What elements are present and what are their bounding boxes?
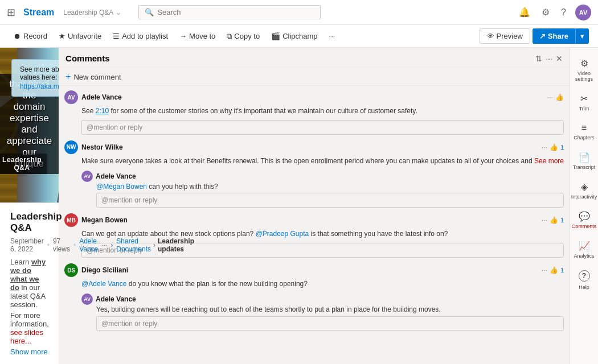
analytics-icon-btn[interactable]: 📈 Analytics (570, 235, 598, 264)
comments-icon-label: Comments (572, 224, 597, 229)
info-banner-link[interactable]: https://aka.ms/ContosoValues (20, 82, 59, 90)
help-button[interactable]: ? (559, 5, 568, 20)
like-icon-3[interactable]: 👍 (550, 216, 558, 224)
close-panel-icon[interactable]: ✕ (556, 54, 563, 63)
breadcrumb-current: Leadership updates (158, 237, 194, 253)
video-area: that have the domain expertise and appre… (0, 48, 59, 364)
transcript-label: Transcript (573, 164, 596, 170)
waffle-icon[interactable]: ⊞ (7, 6, 15, 19)
info-banner: See more about Contoso values here: http… (11, 59, 59, 97)
plus-icon: + (65, 72, 71, 82)
like-icon-2[interactable]: 👍 (550, 143, 558, 151)
search-icon: 🔍 (145, 8, 154, 16)
trim-label: Trim (579, 106, 589, 111)
video-player[interactable]: that have the domain expertise and appre… (0, 48, 59, 202)
interactivity-icon-btn[interactable]: ◈ Interactivity (570, 176, 598, 205)
more-icon: ··· (329, 32, 335, 40)
comments-title: Comments (65, 53, 531, 63)
breadcrumb-path: Shared Documents › Leadership updates (116, 237, 194, 253)
comment-more-icon-4[interactable]: ··· (542, 266, 547, 274)
playlist-icon: ☰ (113, 32, 120, 40)
avatar-adele-nested: AV (81, 171, 93, 182)
video-settings-icon-btn[interactable]: ⚙ Videosettings (570, 52, 598, 88)
move-to-button[interactable]: → Move to (175, 29, 220, 43)
comments-list: AV Adele Vance ··· 👍 See 2:10 for some o… (59, 86, 570, 364)
more-actions-button[interactable]: ··· (325, 29, 340, 43)
slides-link[interactable]: see slides here... (10, 328, 43, 345)
settings-button[interactable]: ⚙ (539, 5, 552, 20)
search-container: 🔍 (138, 5, 321, 19)
like-icon[interactable]: 👍 (555, 93, 564, 101)
comment-more-icon-2[interactable]: ··· (542, 143, 547, 151)
share-main-button[interactable]: ↗ Share (533, 28, 575, 44)
sort-icon[interactable]: ⇅ (535, 54, 542, 63)
share-dropdown-button[interactable]: ▾ (575, 28, 589, 44)
comment-author-2: Nestor Wilke (81, 143, 538, 151)
comment-actions-1: ··· 👍 (547, 93, 564, 101)
search-input[interactable] (157, 8, 314, 16)
preview-button[interactable]: 👁 Preview (480, 28, 530, 44)
reply-input-nested-2[interactable]: @mention or reply (96, 316, 564, 331)
expand-icon[interactable]: ⌄ (116, 9, 121, 16)
more-comments-icon[interactable]: ··· (546, 54, 552, 63)
like-icon-4[interactable]: 👍 (550, 266, 558, 274)
avatar[interactable]: AV (575, 5, 591, 20)
desc-bold: why we do what we do (10, 258, 46, 292)
comment-more-icon[interactable]: ··· (547, 93, 553, 101)
add-to-playlist-button[interactable]: ☰ Add to playlist (108, 29, 173, 43)
more-info: For more information, see slides here... (10, 311, 48, 345)
show-more-button[interactable]: Show more (10, 348, 48, 356)
comments-header: Comments ⇅ ··· ✕ (59, 48, 570, 68)
comment-more-icon-3[interactable]: ··· (542, 216, 547, 224)
video-description: Learn why we do what we do in our latest… (10, 258, 48, 309)
see-more-2[interactable]: See more (534, 157, 564, 165)
analytics-label: Analytics (574, 253, 594, 259)
like-count-2: 1 (560, 144, 564, 151)
side-icon-bar: ⚙ Videosettings ✂ Trim ≡ Chapters 📄 Tran… (570, 48, 598, 364)
comments-panel: Comments ⇅ ··· ✕ + New comment AV Adele … (59, 48, 570, 364)
comment-author-4: Diego Siciliani (81, 266, 538, 274)
mention-2: @Pradeep Gupta (256, 230, 309, 238)
nested-body-1: @Megan Bowen can you help with this? (81, 182, 564, 192)
eye-icon: 👁 (487, 32, 494, 40)
avatar-diego: DS (64, 263, 78, 277)
breadcrumb-shared-docs[interactable]: Shared Documents (116, 237, 151, 253)
top-bar-actions: 🔔 ⚙ ? AV (517, 5, 591, 20)
transcript-icon: 📄 (579, 152, 590, 163)
video-info: Leadership Q&A September 6, 2022 • 97 vi… (0, 202, 59, 364)
clipchamp-button[interactable]: 🎬 Clipchamp (267, 29, 322, 43)
chapters-icon-btn[interactable]: ≡ Chapters (570, 117, 598, 146)
copy-to-button[interactable]: ⧉ Copy to (222, 29, 264, 44)
reply-input-1[interactable]: @mention or reply (81, 120, 564, 135)
trim-icon-btn[interactable]: ✂ Trim (570, 88, 598, 117)
right-panel-container: Comments ⇅ ··· ✕ + New comment AV Adele … (59, 48, 598, 364)
chapters-label: Chapters (574, 135, 595, 140)
nested-comment-2: AV Adele Vance Yes, building owners will… (81, 293, 564, 331)
comments-icon-btn[interactable]: 💬 Comments (570, 205, 598, 235)
comments-icon: 💬 (579, 211, 590, 222)
video-views: 97 views (53, 237, 70, 253)
nested-comment-1: AV Adele Vance @Megan Bowen can you help… (81, 171, 564, 208)
like-count-3: 1 (560, 217, 564, 224)
nested-author-1: Adele Vance (96, 172, 564, 180)
record-button[interactable]: ⏺ Record (9, 29, 52, 43)
transcript-icon-btn[interactable]: 📄 Transcript (570, 146, 598, 176)
nested-body-2: Yes, building owners will be reaching ou… (81, 305, 564, 315)
help-label: Help (579, 284, 589, 290)
new-comment-button[interactable]: + New comment (59, 68, 570, 86)
video-meta: September 6, 2022 • 97 views • Adele Van… (10, 237, 48, 253)
comment-actions-3: ··· 👍 1 (542, 216, 564, 224)
record-icon: ⏺ (14, 32, 21, 40)
chapters-icon: ≡ (581, 123, 587, 133)
video-author[interactable]: Adele Vance (79, 237, 98, 253)
notifications-button[interactable]: 🔔 (517, 5, 533, 20)
video-settings-label: Videosettings (575, 71, 593, 82)
help-icon-btn[interactable]: ? Help (570, 264, 598, 296)
like-count-4: 1 (560, 267, 564, 274)
unfavorite-button[interactable]: ★ Unfavorite (54, 29, 106, 43)
video-watermark: LeadershipQ&A (0, 154, 47, 174)
avatar-adele-1: AV (64, 90, 78, 104)
timestamp-link[interactable]: 2:10 (96, 107, 109, 115)
reply-input-nested-1[interactable]: @mention or reply (96, 193, 564, 208)
comment-author-3: Megan Bowen (81, 216, 538, 224)
